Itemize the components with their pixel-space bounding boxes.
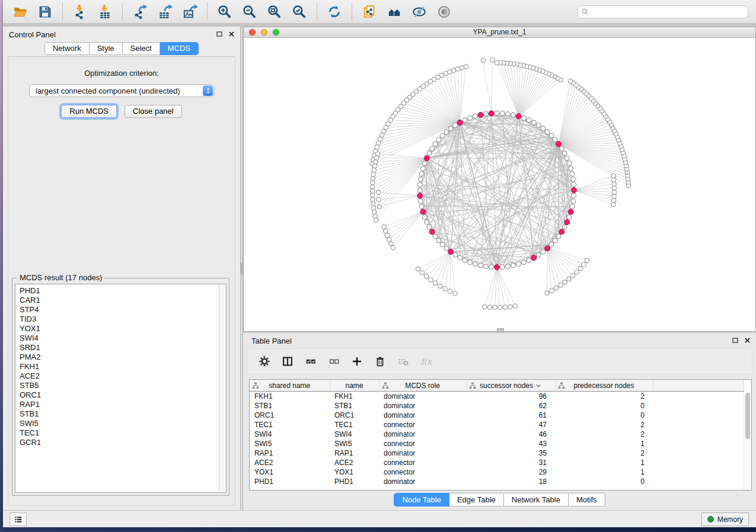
float-table-panel-icon[interactable] [732, 337, 739, 344]
tab-network[interactable]: Network [44, 42, 90, 55]
network-graph[interactable] [244, 38, 755, 331]
float-window-icon[interactable] [216, 31, 223, 37]
network-from-selection-button[interactable] [360, 2, 379, 21]
sort-arrow-icon[interactable] [535, 383, 541, 389]
zoom-in-icon [217, 4, 232, 20]
column-label: MCDS role [405, 382, 440, 390]
column-view-icon [281, 355, 294, 368]
run-mcds-button[interactable]: Run MCDS [61, 105, 117, 118]
mcds-result-item[interactable]: STP4 [20, 305, 226, 315]
table-scrollbar[interactable] [744, 392, 751, 490]
close-window-icon[interactable] [249, 29, 256, 36]
tab-mcds[interactable]: MCDS [160, 42, 199, 55]
settings-gear-button[interactable] [258, 355, 271, 368]
table-cell: 2 [555, 420, 653, 430]
table-row[interactable]: TEC1TEC1connector472 [250, 420, 744, 430]
mcds-result-list[interactable]: PHD1CAR1STP4TID3YOX1SWI4SRD1PMA2FKH1ACE2… [15, 284, 227, 493]
column-label: name [345, 382, 363, 390]
function-builder-button: f(x) [420, 355, 433, 368]
export-network-button[interactable] [130, 2, 149, 21]
save-session-button[interactable] [36, 2, 55, 21]
table-row[interactable]: SWI5SWI5connector431 [250, 439, 744, 448]
table-cell: PHD1 [330, 477, 379, 486]
mcds-result-item[interactable]: TEC1 [20, 428, 226, 438]
table-row[interactable]: SWI4SWI4dominator462 [250, 430, 744, 439]
import-table-button[interactable] [95, 2, 114, 21]
mcds-result-item[interactable]: FKH1 [20, 362, 226, 371]
mcds-result-item[interactable]: PMA2 [20, 352, 226, 362]
splitter-handle[interactable] [241, 262, 243, 274]
export-table-button[interactable] [155, 2, 174, 21]
export-image-button[interactable] [180, 2, 199, 21]
delete-column-button[interactable] [374, 355, 387, 368]
zoom-fit-button[interactable] [265, 2, 284, 21]
network-window-titlebar[interactable]: YPA_prune.txt_1 [244, 27, 755, 38]
tab-style[interactable]: Style [90, 42, 123, 55]
mcds-result-item[interactable]: PHD1 [20, 286, 226, 296]
mcds-result-item[interactable]: SWI5 [20, 419, 226, 428]
table-scrollbar-thumb[interactable] [745, 393, 750, 439]
memory-button[interactable]: Memory [701, 512, 749, 526]
mcds-result-item[interactable]: YOX1 [20, 324, 226, 334]
mcds-result-item[interactable]: SWI4 [20, 334, 226, 343]
select-all-rows-button[interactable] [304, 355, 317, 368]
table-cell: 31 [466, 458, 555, 467]
column-header-successor-nodes[interactable]: successor nodes [466, 380, 555, 392]
open-session-button[interactable] [11, 2, 30, 21]
tab-motifs[interactable]: Motifs [569, 493, 605, 507]
column-header-predecessor-nodes[interactable]: predecessor nodes [555, 380, 653, 392]
right-region: YPA_prune.txt_1 Table Panel f(x) [243, 27, 756, 511]
maximize-window-icon[interactable] [273, 29, 279, 36]
network-canvas[interactable] [244, 38, 755, 331]
mcds-result-item[interactable]: GCR1 [20, 438, 226, 447]
table-row[interactable]: STB1STB1dominator620 [250, 401, 744, 411]
tab-network-table[interactable]: Network Table [504, 493, 569, 507]
mcds-result-item[interactable]: ACE2 [20, 371, 226, 381]
table-row[interactable]: PHD1PHD1dominator180 [250, 477, 744, 486]
add-column-button[interactable] [350, 355, 363, 368]
show-graphics-details-button[interactable] [435, 2, 454, 21]
import-network-button[interactable] [71, 2, 90, 21]
search-box[interactable] [578, 5, 748, 18]
mcds-result-item[interactable]: RAP1 [20, 400, 226, 409]
first-neighbors-button[interactable] [385, 2, 404, 21]
tab-select[interactable]: Select [123, 42, 160, 55]
zoom-out-button[interactable] [240, 2, 259, 21]
column-header-name[interactable]: name [330, 380, 379, 392]
close-panel-icon[interactable] [228, 31, 235, 37]
minimize-window-icon[interactable] [261, 29, 267, 36]
hide-graphics-details-button[interactable] [410, 2, 429, 21]
table-row[interactable]: RAP1RAP1dominator352 [250, 448, 744, 458]
zoom-in-button[interactable] [215, 2, 234, 21]
column-label: predecessor nodes [573, 382, 634, 390]
close-table-panel-icon[interactable] [744, 337, 751, 344]
tree-icon [558, 382, 565, 389]
show-panels-button[interactable] [9, 512, 27, 526]
table-cell: RAP1 [250, 448, 330, 458]
mcds-result-item[interactable]: TID3 [20, 315, 226, 324]
close-panel-button[interactable]: Close panel [125, 105, 182, 118]
search-input[interactable] [589, 7, 745, 17]
mcds-result-item[interactable]: STB1 [20, 409, 226, 419]
delete-table-button [397, 355, 410, 368]
table-row[interactable]: YOX1YOX1connector291 [250, 467, 744, 477]
mcds-result-item[interactable]: CAR1 [20, 296, 226, 305]
apply-preferred-layout-button[interactable] [325, 2, 344, 21]
mcds-result-scrollbar[interactable] [219, 284, 226, 492]
tab-edge-table[interactable]: Edge Table [449, 493, 504, 507]
column-view-button[interactable] [281, 355, 294, 368]
mcds-result-item[interactable]: STB5 [20, 381, 226, 390]
tab-node-table[interactable]: Node Table [394, 493, 449, 507]
column-header-shared-name[interactable]: shared name [250, 380, 330, 392]
horizontal-splitter-handle[interactable] [497, 328, 504, 332]
deselect-all-rows-button[interactable] [327, 355, 340, 368]
zoom-selected-button[interactable] [290, 2, 309, 21]
mcds-result-item[interactable]: SRD1 [20, 343, 226, 352]
table-row[interactable]: ORC1ORC1dominator610 [250, 411, 744, 420]
table-row[interactable]: ACE2ACE2connector311 [250, 458, 744, 467]
optimization-criterion-select[interactable]: largest connected component (undirected) [29, 84, 214, 97]
mcds-result-item[interactable]: ORC1 [20, 390, 226, 400]
network-window-title: YPA_prune.txt_1 [473, 28, 527, 36]
column-header-MCDS-role[interactable]: MCDS role [379, 380, 466, 392]
table-row[interactable]: FKH1FKH1dominator962 [250, 392, 744, 402]
